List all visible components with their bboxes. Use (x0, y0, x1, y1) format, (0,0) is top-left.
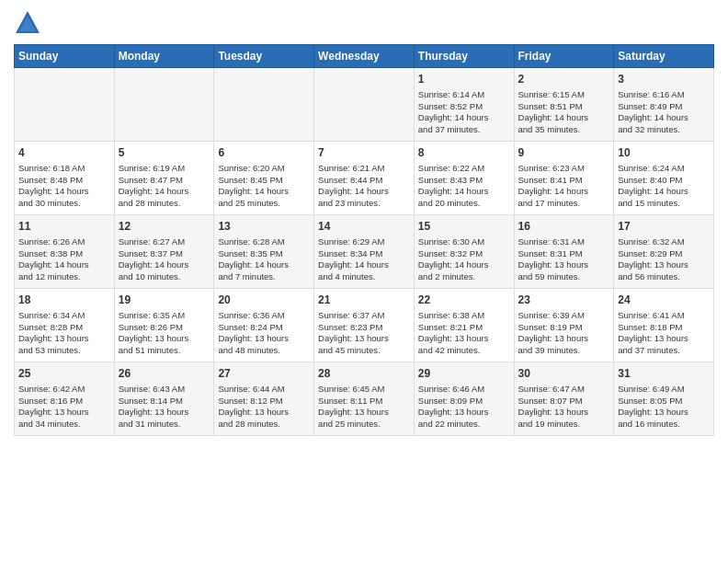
calendar-cell: 25Sunrise: 6:42 AM Sunset: 8:16 PM Dayli… (15, 362, 115, 436)
day-info: Sunrise: 6:44 AM Sunset: 8:12 PM Dayligh… (218, 384, 310, 431)
calendar-cell: 9Sunrise: 6:23 AM Sunset: 8:41 PM Daylig… (514, 142, 614, 215)
day-info: Sunrise: 6:32 AM Sunset: 8:29 PM Dayligh… (618, 236, 710, 283)
calendar-cell: 7Sunrise: 6:21 AM Sunset: 8:44 PM Daylig… (314, 142, 415, 215)
calendar-cell (314, 68, 415, 142)
calendar-cell: 20Sunrise: 6:36 AM Sunset: 8:24 PM Dayli… (214, 289, 314, 362)
weekday-header-monday: Monday (114, 45, 214, 68)
day-info: Sunrise: 6:35 AM Sunset: 8:26 PM Dayligh… (119, 310, 210, 357)
weekday-header-sunday: Sunday (15, 45, 115, 68)
day-number: 31 (618, 366, 710, 382)
day-number: 20 (218, 293, 310, 308)
day-number: 30 (518, 366, 610, 382)
header (14, 9, 714, 37)
day-info: Sunrise: 6:38 AM Sunset: 8:21 PM Dayligh… (418, 310, 510, 357)
day-info: Sunrise: 6:36 AM Sunset: 8:24 PM Dayligh… (218, 310, 310, 357)
day-number: 8 (418, 145, 510, 161)
calendar-cell: 1Sunrise: 6:14 AM Sunset: 8:52 PM Daylig… (414, 68, 514, 142)
calendar-cell: 21Sunrise: 6:37 AM Sunset: 8:23 PM Dayli… (314, 289, 415, 362)
day-number: 15 (418, 219, 510, 235)
day-number: 2 (518, 72, 610, 87)
day-number: 10 (618, 145, 710, 161)
weekday-header-wednesday: Wednesday (314, 45, 415, 68)
day-info: Sunrise: 6:14 AM Sunset: 8:52 PM Dayligh… (418, 89, 510, 136)
day-number: 3 (618, 72, 710, 87)
day-info: Sunrise: 6:18 AM Sunset: 8:48 PM Dayligh… (18, 163, 110, 210)
day-number: 6 (218, 145, 310, 161)
day-info: Sunrise: 6:24 AM Sunset: 8:40 PM Dayligh… (618, 163, 710, 210)
calendar-cell: 30Sunrise: 6:47 AM Sunset: 8:07 PM Dayli… (514, 362, 614, 436)
calendar-cell: 12Sunrise: 6:27 AM Sunset: 8:37 PM Dayli… (114, 215, 214, 289)
day-info: Sunrise: 6:47 AM Sunset: 8:07 PM Dayligh… (518, 384, 610, 431)
calendar-cell: 11Sunrise: 6:26 AM Sunset: 8:38 PM Dayli… (15, 215, 115, 289)
day-number: 4 (18, 145, 110, 161)
calendar-week-row: 1Sunrise: 6:14 AM Sunset: 8:52 PM Daylig… (15, 68, 714, 142)
calendar-body: 1Sunrise: 6:14 AM Sunset: 8:52 PM Daylig… (15, 68, 714, 436)
day-info: Sunrise: 6:41 AM Sunset: 8:18 PM Dayligh… (618, 310, 710, 357)
day-info: Sunrise: 6:19 AM Sunset: 8:47 PM Dayligh… (119, 163, 210, 210)
calendar-week-row: 4Sunrise: 6:18 AM Sunset: 8:48 PM Daylig… (15, 142, 714, 215)
day-number: 23 (518, 293, 610, 308)
day-number: 26 (119, 366, 210, 382)
weekday-header-saturday: Saturday (614, 45, 714, 68)
day-number: 29 (418, 366, 510, 382)
day-info: Sunrise: 6:45 AM Sunset: 8:11 PM Dayligh… (318, 384, 410, 431)
day-number: 24 (618, 293, 710, 308)
weekday-header-thursday: Thursday (414, 45, 514, 68)
calendar-cell: 28Sunrise: 6:45 AM Sunset: 8:11 PM Dayli… (314, 362, 415, 436)
day-info: Sunrise: 6:20 AM Sunset: 8:45 PM Dayligh… (218, 163, 310, 210)
calendar-cell (15, 68, 115, 142)
calendar-header: SundayMondayTuesdayWednesdayThursdayFrid… (15, 45, 714, 68)
calendar-cell: 16Sunrise: 6:31 AM Sunset: 8:31 PM Dayli… (514, 215, 614, 289)
day-info: Sunrise: 6:46 AM Sunset: 8:09 PM Dayligh… (418, 384, 510, 431)
calendar-cell: 19Sunrise: 6:35 AM Sunset: 8:26 PM Dayli… (114, 289, 214, 362)
day-info: Sunrise: 6:39 AM Sunset: 8:19 PM Dayligh… (518, 310, 610, 357)
day-info: Sunrise: 6:27 AM Sunset: 8:37 PM Dayligh… (119, 236, 210, 283)
calendar-cell: 22Sunrise: 6:38 AM Sunset: 8:21 PM Dayli… (414, 289, 514, 362)
calendar-cell: 3Sunrise: 6:16 AM Sunset: 8:49 PM Daylig… (614, 68, 714, 142)
weekday-header-friday: Friday (514, 45, 614, 68)
day-info: Sunrise: 6:31 AM Sunset: 8:31 PM Dayligh… (518, 236, 610, 283)
day-number: 7 (318, 145, 410, 161)
day-number: 5 (119, 145, 210, 161)
calendar-cell (114, 68, 214, 142)
calendar-week-row: 18Sunrise: 6:34 AM Sunset: 8:28 PM Dayli… (15, 289, 714, 362)
day-info: Sunrise: 6:16 AM Sunset: 8:49 PM Dayligh… (618, 89, 710, 136)
calendar-week-row: 25Sunrise: 6:42 AM Sunset: 8:16 PM Dayli… (15, 362, 714, 436)
day-info: Sunrise: 6:29 AM Sunset: 8:34 PM Dayligh… (318, 236, 410, 283)
weekday-header-tuesday: Tuesday (214, 45, 314, 68)
day-info: Sunrise: 6:23 AM Sunset: 8:41 PM Dayligh… (518, 163, 610, 210)
day-info: Sunrise: 6:21 AM Sunset: 8:44 PM Dayligh… (318, 163, 410, 210)
day-number: 22 (418, 293, 510, 308)
calendar-cell: 24Sunrise: 6:41 AM Sunset: 8:18 PM Dayli… (614, 289, 714, 362)
calendar-cell: 14Sunrise: 6:29 AM Sunset: 8:34 PM Dayli… (314, 215, 415, 289)
calendar-cell: 27Sunrise: 6:44 AM Sunset: 8:12 PM Dayli… (214, 362, 314, 436)
day-number: 17 (618, 219, 710, 235)
day-info: Sunrise: 6:34 AM Sunset: 8:28 PM Dayligh… (18, 310, 110, 357)
calendar-cell: 18Sunrise: 6:34 AM Sunset: 8:28 PM Dayli… (15, 289, 115, 362)
calendar-cell (214, 68, 314, 142)
day-info: Sunrise: 6:28 AM Sunset: 8:35 PM Dayligh… (218, 236, 310, 283)
day-info: Sunrise: 6:42 AM Sunset: 8:16 PM Dayligh… (18, 384, 110, 431)
calendar-cell: 13Sunrise: 6:28 AM Sunset: 8:35 PM Dayli… (214, 215, 314, 289)
calendar-cell: 17Sunrise: 6:32 AM Sunset: 8:29 PM Dayli… (614, 215, 714, 289)
weekday-header-row: SundayMondayTuesdayWednesdayThursdayFrid… (15, 45, 714, 68)
day-number: 25 (18, 366, 110, 382)
day-info: Sunrise: 6:49 AM Sunset: 8:05 PM Dayligh… (618, 384, 710, 431)
calendar-cell: 8Sunrise: 6:22 AM Sunset: 8:43 PM Daylig… (414, 142, 514, 215)
calendar-cell: 4Sunrise: 6:18 AM Sunset: 8:48 PM Daylig… (15, 142, 115, 215)
calendar-container: SundayMondayTuesdayWednesdayThursdayFrid… (0, 0, 728, 563)
calendar-cell: 10Sunrise: 6:24 AM Sunset: 8:40 PM Dayli… (614, 142, 714, 215)
day-number: 12 (119, 219, 210, 235)
day-number: 16 (518, 219, 610, 235)
day-number: 1 (418, 72, 510, 87)
calendar-week-row: 11Sunrise: 6:26 AM Sunset: 8:38 PM Dayli… (15, 215, 714, 289)
day-info: Sunrise: 6:26 AM Sunset: 8:38 PM Dayligh… (18, 236, 110, 283)
logo (14, 9, 45, 37)
day-number: 18 (18, 293, 110, 308)
day-number: 21 (318, 293, 410, 308)
day-info: Sunrise: 6:15 AM Sunset: 8:51 PM Dayligh… (518, 89, 610, 136)
day-number: 14 (318, 219, 410, 235)
calendar-cell: 29Sunrise: 6:46 AM Sunset: 8:09 PM Dayli… (414, 362, 514, 436)
day-info: Sunrise: 6:37 AM Sunset: 8:23 PM Dayligh… (318, 310, 410, 357)
day-info: Sunrise: 6:30 AM Sunset: 8:32 PM Dayligh… (418, 236, 510, 283)
